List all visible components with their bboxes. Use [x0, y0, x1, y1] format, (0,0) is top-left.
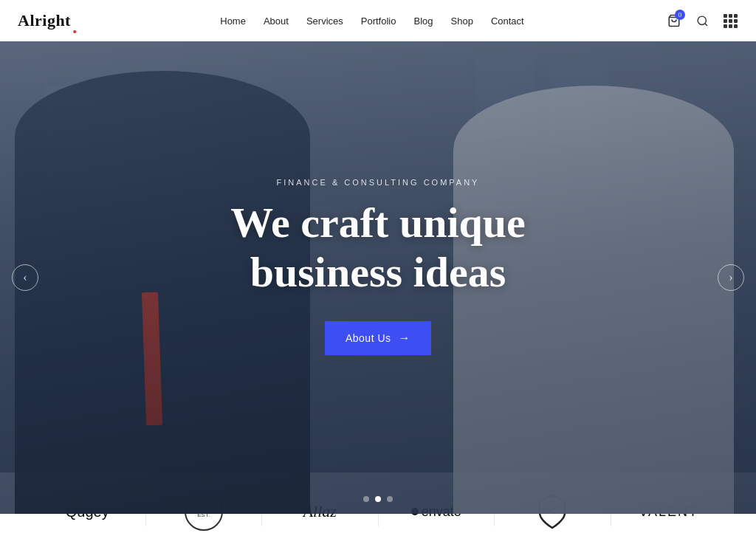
cart-icon[interactable]: 0	[666, 13, 682, 29]
logo-text: Alright	[18, 11, 71, 30]
header: Alright. Home About Services Portfolio B…	[0, 0, 756, 41]
hero-title: We craft unique business ideas	[230, 199, 526, 297]
carousel-next-button[interactable]: ›	[718, 264, 744, 291]
nav-portfolio[interactable]: Portfolio	[361, 16, 396, 27]
logo[interactable]: Alright.	[18, 11, 78, 30]
hero-cta-arrow: →	[399, 331, 411, 345]
carousel-dot-2[interactable]	[375, 496, 381, 502]
nav-about[interactable]: About	[264, 16, 289, 27]
hero-content: Finance & Consulting Company We craft un…	[0, 41, 756, 514]
carousel-prev-button[interactable]: ‹	[12, 264, 38, 291]
hero-title-line2: business ideas	[250, 248, 506, 296]
grid-menu-icon[interactable]	[722, 13, 738, 29]
header-actions: 0	[666, 13, 738, 29]
carousel-dot-1[interactable]	[363, 496, 369, 502]
nav-contact[interactable]: Contact	[491, 16, 524, 27]
nav-blog[interactable]: Blog	[413, 16, 433, 27]
hero-section: Finance & Consulting Company We craft un…	[0, 41, 756, 514]
nav-services[interactable]: Services	[306, 16, 343, 27]
logo-dot: .	[72, 18, 78, 24]
hero-cta-button[interactable]: About Us →	[325, 321, 431, 355]
hero-cta-label: About Us	[346, 332, 391, 344]
carousel-dot-3[interactable]	[387, 496, 393, 502]
svg-point-1	[698, 16, 706, 24]
cart-badge: 0	[675, 10, 685, 20]
carousel-dots	[363, 496, 393, 502]
search-icon[interactable]	[694, 13, 710, 29]
hero-title-line1: We craft unique	[230, 199, 526, 247]
nav-home[interactable]: Home	[220, 16, 246, 27]
hero-subtitle: Finance & Consulting Company	[277, 178, 480, 187]
nav-shop[interactable]: Shop	[451, 16, 473, 27]
svg-line-2	[704, 23, 707, 25]
main-nav: Home About Services Portfolio Blog Shop …	[220, 16, 523, 27]
